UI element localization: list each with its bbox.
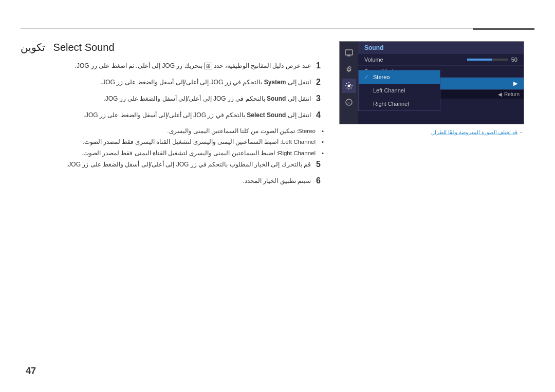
settings-icon[interactable]: [342, 62, 356, 77]
step-row: 2 انتقل إلى System بالتحكم في زر JOG إلى…: [21, 78, 329, 87]
menu-sidebar: i: [340, 42, 358, 124]
volume-bar-container: 50: [467, 57, 517, 63]
title-arabic: تكوين: [21, 42, 45, 53]
select-sound-arrow: ▶: [513, 80, 517, 87]
title-english: Select Sound: [53, 42, 115, 53]
volume-bar: [467, 59, 508, 61]
page-number: 47: [26, 366, 36, 377]
bullet-dot: •: [320, 127, 324, 136]
step-number-2: 2: [316, 78, 329, 87]
monitor-ui: i Sound Volume 50 S: [339, 41, 524, 124]
bullet-text-stereo: Stereo: تمكين الصوت من كلتا السماعتين ال…: [167, 127, 316, 136]
step-number-5: 5: [316, 160, 329, 169]
bullet-item: • Left Channel: اضبط السماعتين اليمنى وا…: [21, 138, 324, 146]
step-text-2: انتقل إلى System بالتحكم في زر JOG إلى أ…: [101, 78, 311, 87]
note-link[interactable]: قد تختلف الصورة المعروضة وفقًا للطراز.: [431, 129, 518, 135]
volume-value: 50: [511, 57, 517, 63]
bullet-text-left: Left Channel: اضبط السماعتين اليمنى والي…: [82, 138, 316, 146]
submenu-item-right-channel[interactable]: ✓ Right Channel: [359, 97, 440, 110]
bullet-dot: •: [320, 149, 324, 158]
svg-text:i: i: [348, 100, 349, 105]
title-area: تكوين Select Sound: [21, 41, 329, 53]
volume-menu-item[interactable]: Volume 50: [358, 54, 524, 66]
step-number-1: 1: [316, 61, 329, 70]
bullet-text-right: Right Channel: اضبط السماعتين اليمنى وال…: [82, 149, 316, 158]
menu-header: Sound: [358, 42, 524, 54]
step-text-1: عند عرض دليل المفاتيح الوظيفية، حدد ⊞ بت…: [75, 61, 311, 70]
step-number-3: 3: [316, 94, 329, 103]
step-row: 6 سيتم تطبيق الخيار المحدد.: [21, 176, 329, 185]
bullet-list: • Stereo: تمكين الصوت من كلتا السماعتين …: [21, 127, 324, 158]
return-label[interactable]: Return: [504, 91, 520, 97]
step-row: 1 عند عرض دليل المفاتيح الوظيفية، حدد ⊞ …: [21, 61, 329, 70]
monitor-section: i Sound Volume 50 S: [339, 36, 534, 361]
submenu-left-channel-label: Left Channel: [373, 87, 405, 94]
top-border: [21, 28, 534, 29]
step-number-4: 4: [316, 110, 329, 120]
info-icon[interactable]: i: [342, 95, 356, 109]
return-arrow-icon: ◀: [498, 91, 502, 97]
submenu: ✓ Stereo ✓ Left Channel ✓ Right Channel: [358, 70, 440, 111]
bullet-item: • Stereo: تمكين الصوت من كلتا السماعتين …: [21, 127, 324, 136]
step-text-3: انتقل إلى Sound بالتحكم في زر JOG إلى أع…: [103, 94, 311, 103]
volume-fill: [467, 59, 492, 61]
gear-icon[interactable]: [342, 79, 356, 93]
step-text-4: انتقل إلى Select Sound بالتحكم في زر JOG…: [84, 110, 311, 120]
step-text-6: سيتم تطبيق الخيار المحدد.: [243, 176, 311, 185]
svg-rect-0: [345, 50, 353, 55]
note-prefix: ←: [517, 129, 524, 135]
submenu-stereo-label: Stereo: [373, 74, 390, 80]
top-accent: [473, 28, 534, 30]
step-number-6: 6: [316, 176, 329, 185]
step-row: 5 قم بالتحرك إلى الخيار المطلوب بالتحكم …: [21, 160, 329, 169]
bullet-dot: •: [320, 138, 324, 146]
svg-rect-1: [347, 55, 350, 57]
steps-container: 1 عند عرض دليل المفاتيح الوظيفية، حدد ⊞ …: [21, 61, 329, 185]
check-mark-icon: ✓: [364, 73, 370, 81]
step-row: 4 انتقل إلى Select Sound بالتحكم في زر J…: [21, 110, 329, 120]
monitor-note: ← قد تختلف الصورة المعروضة وفقًا للطراز.: [339, 129, 524, 135]
step-text-5: قم بالتحرك إلى الخيار المطلوب بالتحكم في…: [66, 160, 311, 169]
bottom-border: [21, 366, 534, 366]
volume-label: Volume: [364, 57, 383, 63]
step-row: 3 انتقل إلى Sound بالتحكم في زر JOG إلى …: [21, 94, 329, 103]
submenu-item-left-channel[interactable]: ✓ Left Channel: [359, 84, 440, 97]
picture-icon[interactable]: [342, 46, 356, 60]
submenu-right-channel-label: Right Channel: [373, 101, 409, 107]
text-section: تكوين Select Sound 1 عند عرض دليل المفات…: [21, 36, 339, 361]
svg-point-2: [348, 85, 350, 87]
bullet-item: • Right Channel: اضبط السماعتين اليمنى و…: [21, 149, 324, 158]
submenu-item-stereo[interactable]: ✓ Stereo: [359, 70, 440, 84]
content-area: تكوين Select Sound 1 عند عرض دليل المفات…: [21, 36, 534, 361]
page-title: تكوين Select Sound: [21, 42, 115, 53]
